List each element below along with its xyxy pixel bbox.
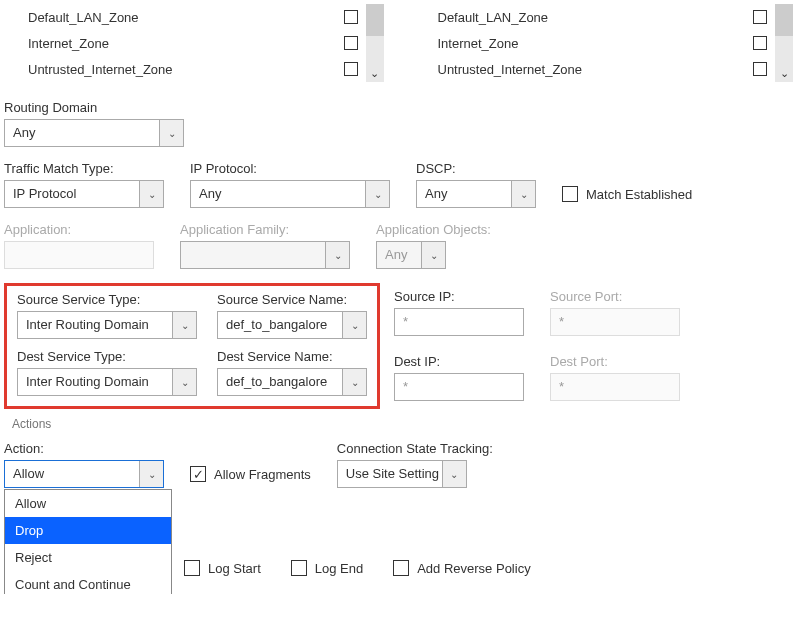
checkbox[interactable]: [184, 560, 200, 576]
zone-lists: Default_LAN_Zone Internet_Zone Untrusted…: [4, 4, 793, 82]
list-item[interactable]: Default_LAN_Zone: [4, 4, 366, 30]
allow-fragments-check[interactable]: Allow Fragments: [190, 460, 311, 488]
action-option-reject[interactable]: Reject: [5, 544, 171, 571]
action-label: Action:: [4, 441, 164, 456]
src-svc-name-select[interactable]: def_to_bangalore⌄: [217, 311, 367, 339]
routing-domain-select[interactable]: Any ⌄: [4, 119, 184, 147]
action-dropdown-list: Allow Drop Reject Count and Continue: [4, 489, 172, 594]
service-type-highlight: Source Service Type: Inter Routing Domai…: [4, 283, 380, 409]
dest-ip-label: Dest IP:: [394, 354, 524, 369]
application-label: Application:: [4, 222, 154, 237]
list-item[interactable]: Untrusted_Internet_Zone: [414, 56, 776, 82]
actions-section-label: Actions: [12, 417, 793, 431]
checkbox[interactable]: [753, 62, 767, 76]
checkbox[interactable]: [753, 36, 767, 50]
chevron-down-icon[interactable]: ⌄: [342, 312, 366, 338]
dscp-label: DSCP:: [416, 161, 536, 176]
checkbox[interactable]: [291, 560, 307, 576]
chevron-down-icon[interactable]: ⌄: [442, 461, 466, 487]
chevron-down-icon[interactable]: ⌄: [172, 312, 196, 338]
checkbox[interactable]: [393, 560, 409, 576]
dscp-select[interactable]: Any⌄: [416, 180, 536, 208]
chevron-down-icon[interactable]: ⌄: [159, 120, 183, 146]
list-item[interactable]: Internet_Zone: [4, 30, 366, 56]
source-ip-input[interactable]: *: [394, 308, 524, 336]
match-established-check[interactable]: Match Established: [562, 180, 692, 208]
dest-port-label: Dest Port:: [550, 354, 680, 369]
checkbox[interactable]: [344, 36, 358, 50]
log-start-check[interactable]: Log Start: [184, 560, 261, 576]
dest-port-input: *: [550, 373, 680, 401]
src-svc-type-label: Source Service Type:: [17, 292, 197, 307]
ip-protocol-label: IP Protocol:: [190, 161, 390, 176]
list-item[interactable]: Default_LAN_Zone: [414, 4, 776, 30]
traffic-match-select[interactable]: IP Protocol⌄: [4, 180, 164, 208]
log-end-check[interactable]: Log End: [291, 560, 363, 576]
dst-svc-type-select[interactable]: Inter Routing Domain⌄: [17, 368, 197, 396]
chevron-down-icon: ⌄: [325, 242, 349, 268]
chevron-down-icon[interactable]: ⌄: [139, 461, 163, 487]
app-family-select: ⌄: [180, 241, 350, 269]
scrollbar[interactable]: ⌄: [775, 4, 793, 82]
chevron-down-icon[interactable]: ⌄: [342, 369, 366, 395]
chevron-down-icon: ⌄: [421, 242, 445, 268]
action-option-drop[interactable]: Drop: [5, 517, 171, 544]
chevron-down-icon[interactable]: ⌄: [775, 67, 793, 80]
src-svc-name-label: Source Service Name:: [217, 292, 367, 307]
list-item[interactable]: Untrusted_Internet_Zone: [4, 56, 366, 82]
from-zone-list: Default_LAN_Zone Internet_Zone Untrusted…: [4, 4, 384, 82]
conn-state-select[interactable]: Use Site Setting⌄: [337, 460, 467, 488]
action-select[interactable]: Allow⌄: [4, 460, 164, 488]
action-option-count[interactable]: Count and Continue: [5, 571, 171, 594]
chevron-down-icon[interactable]: ⌄: [139, 181, 163, 207]
traffic-match-label: Traffic Match Type:: [4, 161, 164, 176]
routing-domain-label: Routing Domain: [4, 100, 793, 115]
app-objects-select: Any⌄: [376, 241, 446, 269]
conn-state-label: Connection State Tracking:: [337, 441, 493, 456]
checkbox[interactable]: [344, 10, 358, 24]
source-ip-label: Source IP:: [394, 289, 524, 304]
checkbox[interactable]: [190, 466, 206, 482]
checkbox[interactable]: [562, 186, 578, 202]
source-port-label: Source Port:: [550, 289, 680, 304]
source-port-input: *: [550, 308, 680, 336]
ip-protocol-select[interactable]: Any⌄: [190, 180, 390, 208]
chevron-down-icon[interactable]: ⌄: [172, 369, 196, 395]
action-option-allow[interactable]: Allow: [5, 490, 171, 517]
dst-svc-name-select[interactable]: def_to_bangalore⌄: [217, 368, 367, 396]
app-objects-label: Application Objects:: [376, 222, 491, 237]
chevron-down-icon[interactable]: ⌄: [365, 181, 389, 207]
checkbox[interactable]: [344, 62, 358, 76]
chevron-down-icon[interactable]: ⌄: [366, 67, 384, 80]
dst-svc-type-label: Dest Service Type:: [17, 349, 197, 364]
to-zone-list: Default_LAN_Zone Internet_Zone Untrusted…: [414, 4, 794, 82]
application-input: [4, 241, 154, 269]
dst-svc-name-label: Dest Service Name:: [217, 349, 367, 364]
src-svc-type-select[interactable]: Inter Routing Domain⌄: [17, 311, 197, 339]
dest-ip-input[interactable]: *: [394, 373, 524, 401]
scrollbar[interactable]: ⌄: [366, 4, 384, 82]
checkbox[interactable]: [753, 10, 767, 24]
add-reverse-policy-check[interactable]: Add Reverse Policy: [393, 560, 530, 576]
chevron-down-icon[interactable]: ⌄: [511, 181, 535, 207]
app-family-label: Application Family:: [180, 222, 350, 237]
list-item[interactable]: Internet_Zone: [414, 30, 776, 56]
